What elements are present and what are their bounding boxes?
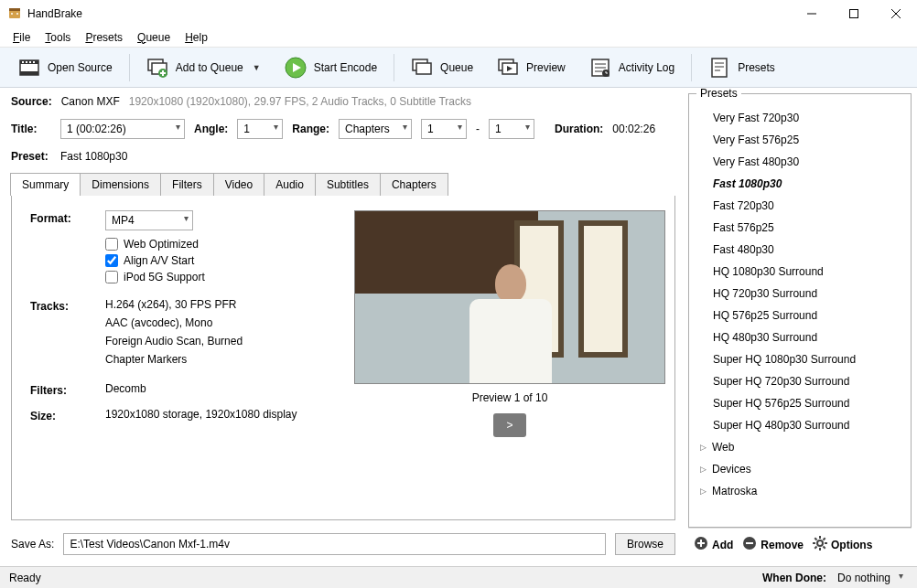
triangle-right-icon: ▷ xyxy=(700,465,707,474)
menubar: File Tools Presets Queue Help xyxy=(0,27,917,48)
tracks-label: Tracks: xyxy=(30,298,105,371)
preset-item[interactable]: Fast 576p25 xyxy=(709,217,907,239)
duration-label: Duration: xyxy=(555,123,603,135)
tab-dimensions[interactable]: Dimensions xyxy=(80,173,161,196)
queue-icon xyxy=(411,57,433,79)
preset-actions: Add Remove Options xyxy=(688,528,912,561)
add-to-queue-button[interactable]: Add to Queue ▼ xyxy=(137,53,270,82)
preset-item[interactable]: Super HQ 720p30 Surround xyxy=(709,370,907,392)
maximize-button[interactable] xyxy=(833,0,875,27)
preset-options-button[interactable]: Options xyxy=(813,536,872,553)
title-label: Title: xyxy=(11,123,51,135)
preset-item[interactable]: Fast 720p30 xyxy=(709,195,907,217)
separator xyxy=(129,54,130,81)
preset-item[interactable]: HQ 720p30 Surround xyxy=(709,283,907,305)
preset-list[interactable]: Very Fast 720p30 Very Fast 576p25 Very F… xyxy=(689,103,911,527)
source-label: Source: xyxy=(11,95,52,108)
range-from-select[interactable]: 1 xyxy=(421,119,467,139)
tab-chapters[interactable]: Chapters xyxy=(380,173,448,196)
filters-label: Filters: xyxy=(30,382,105,397)
presets-icon xyxy=(708,57,730,79)
preset-add-button[interactable]: Add xyxy=(694,536,733,553)
minimize-button[interactable] xyxy=(791,0,833,27)
menu-help[interactable]: Help xyxy=(178,29,215,46)
preset-item[interactable]: Fast 480p30 xyxy=(709,239,907,261)
svg-point-3 xyxy=(16,13,18,15)
tab-summary[interactable]: Summary xyxy=(10,173,81,196)
play-icon xyxy=(285,57,307,79)
preset-value: Fast 1080p30 xyxy=(60,150,127,163)
svg-line-49 xyxy=(824,547,825,549)
format-label: Format: xyxy=(30,210,105,287)
tab-filters[interactable]: Filters xyxy=(160,173,214,196)
open-source-label: Open Source xyxy=(48,61,113,74)
gear-icon xyxy=(813,536,827,553)
save-row: Save As: Browse xyxy=(5,528,681,561)
svg-rect-23 xyxy=(416,63,431,74)
duration-value: 00:02:26 xyxy=(612,123,655,135)
preset-item[interactable]: HQ 576p25 Surround xyxy=(709,305,907,326)
window-title: HandBrake xyxy=(27,7,791,20)
menu-tools[interactable]: Tools xyxy=(38,29,78,46)
svg-rect-1 xyxy=(9,8,20,11)
preview-caption: Preview 1 of 10 xyxy=(472,391,548,404)
preview-next-button[interactable]: > xyxy=(493,413,526,437)
format-select[interactable]: MP4 xyxy=(105,210,193,230)
preset-item[interactable]: HQ 480p30 Surround xyxy=(709,326,907,348)
chevron-down-icon: ▼ xyxy=(253,63,261,72)
title-select[interactable]: 1 (00:02:26) xyxy=(60,119,185,139)
preset-item[interactable]: Very Fast 720p30 xyxy=(709,107,907,129)
browse-button[interactable]: Browse xyxy=(615,533,675,555)
preset-item[interactable]: Very Fast 480p30 xyxy=(709,151,907,173)
filters-value: Decomb xyxy=(105,382,332,397)
start-encode-button[interactable]: Start Encode xyxy=(275,53,386,82)
triangle-right-icon: ▷ xyxy=(700,486,707,496)
preview-image xyxy=(354,210,665,384)
preset-category-web[interactable]: ▷Web xyxy=(696,436,907,458)
svg-rect-12 xyxy=(26,61,27,63)
tab-audio[interactable]: Audio xyxy=(264,173,316,196)
separator xyxy=(691,54,692,81)
presets-legend: Presets xyxy=(696,88,741,100)
preset-item[interactable]: Super HQ 1080p30 Surround xyxy=(709,348,907,370)
preset-category-matroska[interactable]: ▷Matroska xyxy=(696,480,907,502)
open-source-button[interactable]: Open Source xyxy=(9,53,122,82)
range-to-select[interactable]: 1 xyxy=(489,119,534,139)
svg-rect-13 xyxy=(29,61,31,63)
when-done-select[interactable]: Do nothing xyxy=(832,568,908,588)
presets-button[interactable]: Presets xyxy=(699,53,784,82)
svg-rect-34 xyxy=(712,59,727,77)
preview-label: Preview xyxy=(526,61,566,74)
toolbar: Open Source Add to Queue ▼ Start Encode … xyxy=(0,48,917,88)
tab-subtitles[interactable]: Subtitles xyxy=(315,173,381,196)
preview-button[interactable]: Preview xyxy=(488,53,575,82)
activity-log-button[interactable]: Activity Log xyxy=(580,53,684,82)
presets-label: Presets xyxy=(738,61,775,74)
menu-file[interactable]: File xyxy=(5,29,38,46)
tab-body-summary: Format: MP4 Web Optimized Align A/V Star… xyxy=(12,196,674,519)
range-type-select[interactable]: Chapters xyxy=(339,119,412,139)
track-line: Foreign Audio Scan, Burned xyxy=(105,335,332,347)
preset-item[interactable]: Very Fast 576p25 xyxy=(709,129,907,151)
preset-item[interactable]: Super HQ 480p30 Surround xyxy=(709,414,907,436)
preset-item[interactable]: HQ 1080p30 Surround xyxy=(709,261,907,283)
web-optimized-checkbox[interactable]: Web Optimized xyxy=(105,238,332,251)
preset-remove-button[interactable]: Remove xyxy=(742,536,804,553)
statusbar: Ready When Done: Do nothing xyxy=(0,566,917,588)
track-line: H.264 (x264), 30 FPS PFR xyxy=(105,298,332,311)
ipod-checkbox[interactable]: iPod 5G Support xyxy=(105,271,332,283)
preset-category-devices[interactable]: ▷Devices xyxy=(696,458,907,480)
right-pane: Presets Very Fast 720p30 Very Fast 576p2… xyxy=(688,93,912,561)
menu-presets[interactable]: Presets xyxy=(78,29,130,46)
save-path-input[interactable] xyxy=(63,533,606,555)
queue-button[interactable]: Queue xyxy=(402,53,482,82)
tab-video[interactable]: Video xyxy=(213,173,264,196)
align-av-checkbox[interactable]: Align A/V Start xyxy=(105,254,332,267)
svg-point-2 xyxy=(11,13,13,15)
angle-select[interactable]: 1 xyxy=(237,119,283,139)
menu-queue[interactable]: Queue xyxy=(130,29,178,46)
close-button[interactable] xyxy=(875,0,917,27)
preset-item[interactable]: Super HQ 576p25 Surround xyxy=(709,392,907,414)
preset-label: Preset: xyxy=(11,150,51,163)
preset-item-selected[interactable]: Fast 1080p30 xyxy=(709,173,907,195)
